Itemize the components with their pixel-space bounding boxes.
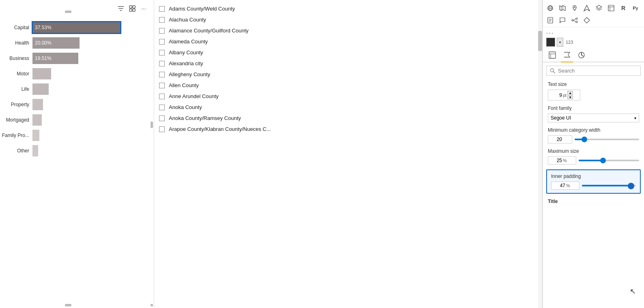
map-pin-icon[interactable] [569, 2, 580, 14]
font-family-select[interactable]: Segoe UI ▾ [548, 113, 639, 122]
py-icon[interactable]: Py [630, 2, 641, 14]
inner-padding-input-box: % [551, 182, 579, 190]
county-checkbox-anoka[interactable] [159, 105, 165, 110]
resize-handle-bottom[interactable] [65, 304, 71, 306]
svg-line-31 [554, 71, 556, 73]
county-item-anoka-ramsey[interactable]: Anoka County/Ramsey County [154, 113, 542, 124]
county-checkbox-anoka-ramsey[interactable] [159, 116, 165, 121]
bar-label-other: Other [0, 148, 32, 154]
search-row [546, 66, 641, 76]
county-name-allegheny: Allegheny County [169, 71, 210, 77]
bar-row-motor[interactable]: Motor [0, 68, 150, 79]
min-category-input[interactable] [550, 137, 562, 142]
county-item-alamance[interactable]: Alamance County/Guilford County [154, 25, 542, 36]
resize-handle-corner[interactable] [151, 304, 153, 306]
color-dropdown-btn[interactable]: ▾ [557, 38, 563, 47]
county-name-anoka: Anoka County [169, 104, 202, 110]
table-icon[interactable] [605, 2, 617, 14]
county-item-alexandria[interactable]: Alexandria city [154, 58, 542, 69]
bar-label-life: Life [0, 86, 32, 92]
tab-analytics[interactable] [575, 50, 588, 62]
script-icon[interactable] [545, 15, 556, 26]
county-checkbox-allen[interactable] [159, 83, 165, 88]
bar-row-family[interactable]: Family Pro... [0, 130, 150, 141]
diamond-icon[interactable] [581, 15, 592, 26]
inner-padding-label: Inner padding [551, 173, 636, 179]
svg-rect-13 [608, 5, 614, 11]
bar-chart-panel: ··· Capital 37.53% Health 20.00% Busines… [0, 0, 154, 308]
max-size-slider-fill [579, 160, 603, 161]
bar-row-other[interactable]: Other [0, 145, 150, 156]
county-checkbox-adams[interactable] [159, 6, 165, 12]
resize-handle-top[interactable] [65, 11, 71, 13]
tab-fields[interactable] [546, 50, 558, 62]
county-checkbox-alamance[interactable] [159, 28, 165, 34]
bar-label-family: Family Pro... [0, 133, 32, 138]
county-checkbox-alachua[interactable] [159, 17, 165, 23]
county-item-alameda[interactable]: Alameda County [154, 36, 542, 47]
scrollbar-thumb[interactable] [538, 31, 542, 51]
max-size-input[interactable] [550, 158, 562, 163]
format-panel: R Py ... ▾ 123 [543, 0, 644, 308]
bar-row-property[interactable]: Property [0, 99, 150, 110]
county-checkbox-arapoe[interactable] [159, 126, 165, 132]
max-size-slider-thumb[interactable] [600, 158, 606, 163]
r-icon[interactable]: R [618, 2, 629, 14]
county-item-adams[interactable]: Adams County/Weld County [154, 3, 542, 14]
bar-value-health: 20.00% [35, 40, 52, 46]
inner-padding-input[interactable] [553, 183, 565, 188]
chat-icon[interactable] [557, 15, 568, 26]
county-item-albany[interactable]: Albany County [154, 47, 542, 58]
color-swatch[interactable] [546, 38, 555, 47]
svg-rect-26 [549, 52, 556, 58]
county-item-anoka[interactable]: Anoka County [154, 102, 542, 113]
bar-row-health[interactable]: Health 20.00% [0, 37, 150, 49]
county-checkbox-anne[interactable] [159, 94, 165, 99]
bar-row-capital[interactable]: Capital 37.53% [0, 22, 150, 33]
connector-icon[interactable] [569, 15, 580, 26]
county-checkbox-alexandria[interactable] [159, 61, 165, 66]
resize-handle-right[interactable] [151, 122, 153, 128]
globe-icon[interactable] [545, 2, 556, 14]
county-item-allegheny[interactable]: Allegheny County [154, 69, 542, 80]
inner-padding-slider-track[interactable] [582, 185, 636, 186]
navigation-icon[interactable] [581, 2, 592, 14]
focus-mode-icon[interactable] [128, 4, 137, 13]
county-item-arapoe[interactable]: Arapoe County/Klabran County/Nueces C... [154, 124, 542, 135]
bar-row-business[interactable]: Business 19.51% [0, 53, 150, 64]
scrollbar-track[interactable] [538, 0, 542, 308]
county-checkbox-alameda[interactable] [159, 39, 165, 45]
text-size-up[interactable]: ▲ [567, 91, 573, 95]
text-size-down[interactable]: ▼ [567, 95, 573, 99]
county-name-alameda: Alameda County [169, 38, 208, 45]
county-checkbox-albany[interactable] [159, 50, 165, 56]
text-size-unit: pt [563, 93, 566, 98]
search-input[interactable] [558, 68, 637, 74]
inner-padding-slider-thumb[interactable] [628, 183, 634, 189]
bar-row-life[interactable]: Life [0, 83, 150, 95]
county-name-anoka-ramsey: Anoka County/Ramsey County [169, 115, 241, 121]
map-icon[interactable] [557, 2, 568, 14]
tab-format[interactable] [561, 50, 573, 62]
max-size-slider-track[interactable] [579, 160, 639, 161]
county-item-anne[interactable]: Anne Arundel County [154, 91, 542, 102]
county-item-allen[interactable]: Allen County [154, 80, 542, 91]
inner-padding-section: Inner padding % ↖ [546, 169, 641, 194]
bar-row-mortgaged[interactable]: Mortgaged [0, 114, 150, 126]
svg-point-22 [576, 21, 577, 23]
county-item-alachua[interactable]: Alachua County [154, 14, 542, 25]
bar-container-capital: 37.53% [32, 22, 150, 33]
min-category-slider-thumb[interactable] [582, 137, 587, 142]
svg-point-10 [574, 7, 575, 8]
font-family-value: Segoe UI [551, 115, 571, 121]
max-size-section: Maximum size % [543, 146, 644, 167]
svg-rect-2 [129, 9, 132, 11]
layers-icon[interactable] [593, 2, 605, 14]
bar-container-life [32, 83, 150, 95]
min-category-slider-track[interactable] [575, 139, 639, 140]
more-options-icon[interactable]: ··· [139, 4, 148, 13]
text-size-input[interactable] [550, 92, 562, 98]
county-checkbox-allegheny[interactable] [159, 72, 165, 77]
text-size-input-box: pt ▲ ▼ [548, 90, 580, 101]
filter-icon[interactable] [116, 4, 125, 13]
